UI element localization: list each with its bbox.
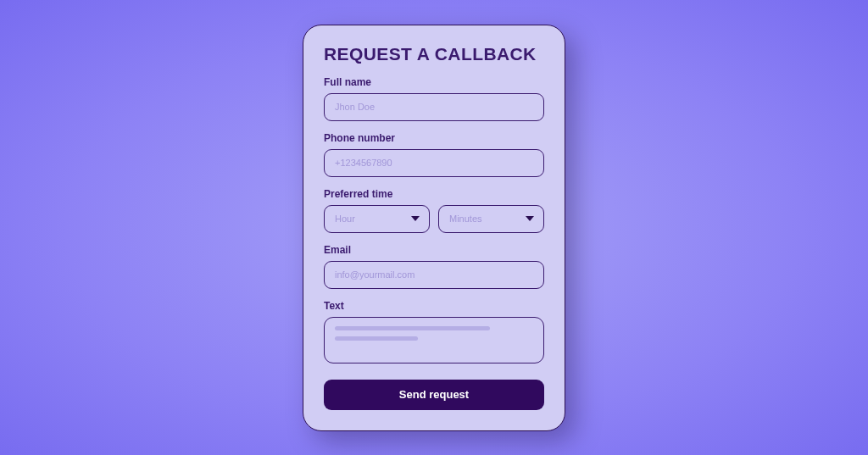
fullname-input[interactable] — [324, 93, 544, 121]
send-request-button[interactable]: Send request — [324, 380, 544, 410]
fullname-label: Full name — [324, 76, 544, 88]
hour-select-wrap[interactable]: Hour — [324, 205, 430, 233]
text-input[interactable] — [324, 317, 544, 363]
email-group: Email — [324, 244, 544, 289]
chevron-down-icon — [411, 216, 420, 221]
text-group: Text — [324, 300, 544, 363]
form-title: REQUEST A CALLBACK — [324, 44, 544, 64]
time-selects-row: Hour Minutes — [324, 205, 544, 233]
placeholder-line — [335, 336, 418, 341]
text-label: Text — [324, 300, 544, 312]
phone-group: Phone number — [324, 132, 544, 177]
chevron-down-icon — [526, 216, 534, 221]
phone-label: Phone number — [324, 132, 544, 144]
minutes-select-wrap[interactable]: Minutes — [438, 205, 544, 233]
email-label: Email — [324, 244, 544, 256]
email-input[interactable] — [324, 261, 544, 289]
callback-form-card: REQUEST A CALLBACK Full name Phone numbe… — [303, 25, 565, 431]
preferred-time-label: Preferred time — [324, 188, 544, 200]
phone-input[interactable] — [324, 149, 544, 177]
placeholder-line — [335, 326, 490, 330]
fullname-group: Full name — [324, 76, 544, 121]
preferred-time-group: Preferred time Hour Minutes — [324, 188, 544, 233]
